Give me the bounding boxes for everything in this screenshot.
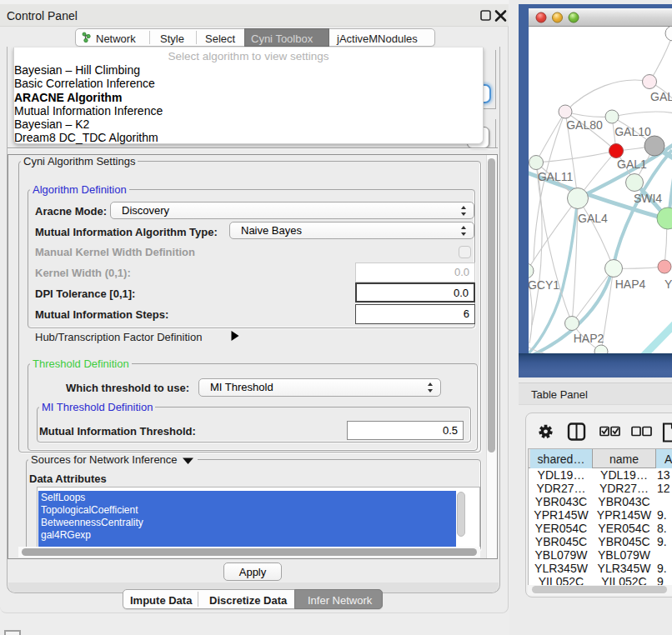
svg-text:YJ: YJ bbox=[664, 278, 672, 291]
svg-text:GAL80: GAL80 bbox=[566, 118, 603, 132]
svg-text:GCY1: GCY1 bbox=[529, 278, 559, 292]
svg-text:GAL1: GAL1 bbox=[617, 158, 647, 171]
svg-text:GAL7: GAL7 bbox=[650, 90, 672, 103]
svg-text:GAL10: GAL10 bbox=[614, 125, 651, 138]
svg-text:SWI4: SWI4 bbox=[634, 192, 662, 205]
svg-text:GAL11: GAL11 bbox=[538, 170, 574, 183]
svg-text:HAP4: HAP4 bbox=[615, 278, 646, 291]
svg-text:HAP2: HAP2 bbox=[574, 332, 604, 345]
svg-text:GAL4: GAL4 bbox=[578, 212, 608, 225]
